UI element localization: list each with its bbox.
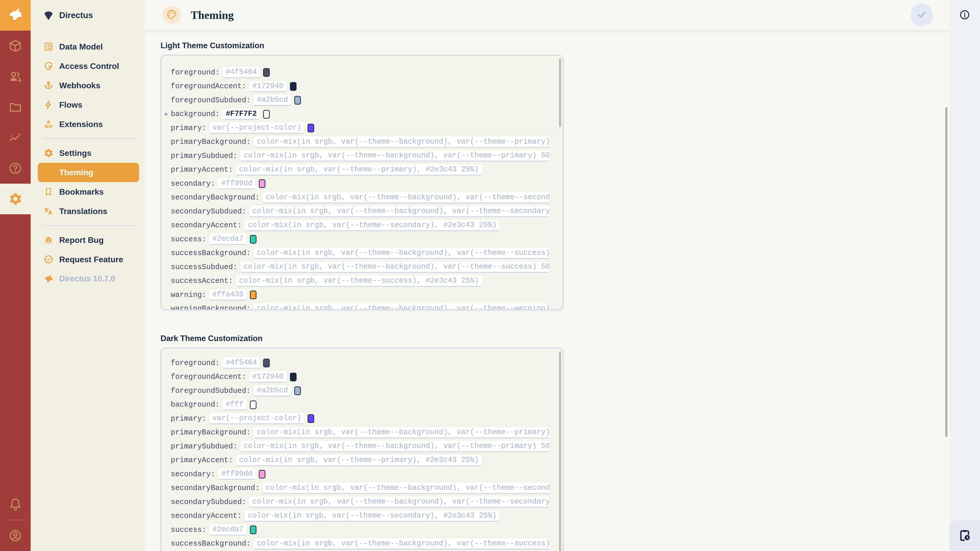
- bug-icon: [43, 235, 54, 245]
- property-value-field[interactable]: #172940: [250, 372, 286, 383]
- theme-row-primarySubdued: primarySubdued: color-mix(in srgb, var(-…: [171, 440, 549, 454]
- property-value-field[interactable]: #a2b5cd: [254, 95, 291, 106]
- property-value-field[interactable]: #172940: [250, 81, 286, 92]
- color-swatch[interactable]: [307, 124, 314, 132]
- color-swatch[interactable]: [259, 179, 266, 188]
- sidebar-item-access-control[interactable]: Access Control: [38, 56, 139, 76]
- dark-theme-editor[interactable]: foreground: #4f5464 foregroundAccent: #1…: [161, 348, 563, 551]
- color-swatch[interactable]: [259, 470, 266, 478]
- color-swatch[interactable]: [250, 526, 256, 534]
- property-value-field[interactable]: color-mix(in srgb, var(--theme--backgrou…: [263, 192, 549, 203]
- theme-row-foregroundSubdued: foregroundSubdued: #a2b5cd: [171, 94, 549, 107]
- module-help[interactable]: [0, 153, 30, 184]
- value-clip: color-mix(in srgb, var(--theme--backgrou…: [241, 262, 549, 273]
- property-value-field[interactable]: color-mix(in srgb, var(--theme--backgrou…: [254, 248, 549, 259]
- gear-icon: [8, 192, 22, 206]
- page-scrollbar[interactable]: [945, 107, 947, 437]
- theme-row-background: background: #fff: [171, 398, 549, 412]
- property-value-field[interactable]: color-mix(in srgb, var(--theme--backgrou…: [241, 262, 549, 273]
- property-name: primaryAccent:: [171, 456, 233, 465]
- property-value-field[interactable]: color-mix(in srgb, var(--theme--backgrou…: [254, 303, 549, 310]
- editor-scrollbar[interactable]: [559, 351, 561, 551]
- color-swatch[interactable]: [290, 373, 297, 381]
- property-value-field[interactable]: #2ecda7: [210, 524, 246, 535]
- color-swatch[interactable]: [294, 386, 301, 395]
- value-clip: #F7F7F2: [223, 109, 259, 120]
- color-swatch[interactable]: [250, 235, 256, 244]
- version-link[interactable]: Directus 10.7.0: [38, 269, 139, 289]
- value-clip: color-mix(in srgb, var(--theme--backgrou…: [241, 150, 549, 162]
- property-name: secondary:: [171, 470, 215, 478]
- color-swatch[interactable]: [263, 68, 270, 77]
- property-value-field[interactable]: color-mix(in srgb, var(--theme--backgrou…: [254, 538, 549, 549]
- color-swatch[interactable]: [263, 110, 270, 119]
- editor-scrollbar[interactable]: [559, 59, 561, 127]
- sidebar-item-webhooks[interactable]: Webhooks: [38, 76, 139, 95]
- sidebar-item-extensions[interactable]: Extensions: [38, 114, 139, 134]
- sidebar-item-bookmarks[interactable]: Bookmarks: [38, 182, 139, 202]
- property-value-field[interactable]: color-mix(in srgb, var(--theme--secondar…: [245, 510, 500, 522]
- value-clip: #ff99dd: [218, 178, 255, 189]
- property-name: secondaryAccent:: [171, 221, 242, 230]
- light-theme-editor[interactable]: foreground: #4f5464 foregroundAccent: #1…: [161, 55, 563, 310]
- property-name: successBackground:: [171, 249, 251, 257]
- property-value-field[interactable]: #a2b5cd: [254, 385, 291, 396]
- property-value-field[interactable]: color-mix(in srgb, var(--theme--success)…: [236, 275, 482, 287]
- color-swatch[interactable]: [250, 291, 256, 299]
- color-swatch[interactable]: [307, 414, 314, 423]
- sidebar-item-settings[interactable]: Settings: [38, 143, 139, 163]
- property-value-field[interactable]: var(--project-color): [210, 413, 304, 424]
- rabbit-icon: [7, 6, 24, 24]
- property-name: primarySubdued:: [171, 152, 237, 160]
- property-value-field[interactable]: color-mix(in srgb, var(--theme--backgrou…: [250, 206, 549, 217]
- property-value-field[interactable]: color-mix(in srgb, var(--theme--backgrou…: [263, 483, 549, 494]
- property-value-field[interactable]: #ff99dd: [218, 468, 255, 480]
- value-clip: #ffa439: [210, 289, 246, 300]
- color-swatch[interactable]: [294, 96, 301, 105]
- property-value-field[interactable]: #4f5464: [223, 67, 259, 78]
- box-icon: [8, 39, 22, 53]
- property-value-field[interactable]: color-mix(in srgb, var(--theme--backgrou…: [254, 137, 549, 148]
- color-swatch[interactable]: [263, 359, 270, 367]
- property-value-field[interactable]: color-mix(in srgb, var(--theme--secondar…: [245, 220, 500, 231]
- property-name: successSubdued:: [171, 263, 237, 272]
- module-files[interactable]: [0, 92, 30, 122]
- property-value-field[interactable]: #2ecda7: [210, 233, 246, 245]
- sidebar-item-theming[interactable]: Theming: [38, 163, 139, 182]
- directus-logo[interactable]: [0, 0, 30, 30]
- sidebar-item-request-feature[interactable]: Request Feature: [38, 250, 139, 269]
- property-value-field[interactable]: #fff: [223, 399, 246, 410]
- project-switcher[interactable]: Directus: [30, 0, 145, 30]
- property-value-field[interactable]: var(--project-color): [210, 122, 304, 134]
- property-value-field[interactable]: #ff99dd: [218, 178, 255, 189]
- color-swatch[interactable]: [250, 400, 256, 409]
- property-value-field[interactable]: color-mix(in srgb, var(--theme--primary)…: [236, 455, 482, 466]
- property-name: foregroundAccent:: [171, 373, 246, 381]
- property-value-field[interactable]: #F7F7F2: [223, 109, 259, 120]
- color-swatch[interactable]: [290, 82, 297, 91]
- property-value-field[interactable]: #4f5464: [223, 357, 259, 368]
- notifications-button[interactable]: [0, 489, 30, 519]
- info-button[interactable]: [956, 6, 974, 24]
- module-insights[interactable]: [0, 122, 30, 153]
- account-button[interactable]: [0, 520, 30, 551]
- property-value-field[interactable]: #ffa439: [210, 289, 246, 300]
- sidebar-item-flows[interactable]: Flows: [38, 95, 139, 114]
- property-value-field[interactable]: color-mix(in srgb, var(--theme--primary)…: [236, 164, 482, 176]
- theme-row-success: success: #2ecda7: [171, 523, 549, 537]
- property-value-field[interactable]: color-mix(in srgb, var(--theme--backgrou…: [250, 496, 549, 508]
- property-value-field[interactable]: color-mix(in srgb, var(--theme--backgrou…: [241, 441, 549, 452]
- theme-row-foregroundAccent: foregroundAccent: #172940: [171, 370, 549, 384]
- module-content[interactable]: [0, 30, 30, 61]
- save-button[interactable]: [911, 4, 933, 26]
- sidebar-item-data-model[interactable]: Data Model: [38, 37, 139, 56]
- module-users[interactable]: [0, 61, 30, 92]
- property-value-field[interactable]: color-mix(in srgb, var(--theme--backgrou…: [254, 427, 549, 438]
- sidebar-item-report-bug[interactable]: Report Bug: [38, 230, 139, 250]
- property-value-field[interactable]: color-mix(in srgb, var(--theme--backgrou…: [241, 150, 549, 162]
- module-settings[interactable]: [0, 184, 30, 214]
- property-name: foreground:: [171, 359, 220, 367]
- sidebar-item-translations[interactable]: Translations: [38, 202, 139, 221]
- activity-tray-button[interactable]: [950, 520, 980, 551]
- dark-theme-heading: Dark Theme Customization: [161, 333, 950, 344]
